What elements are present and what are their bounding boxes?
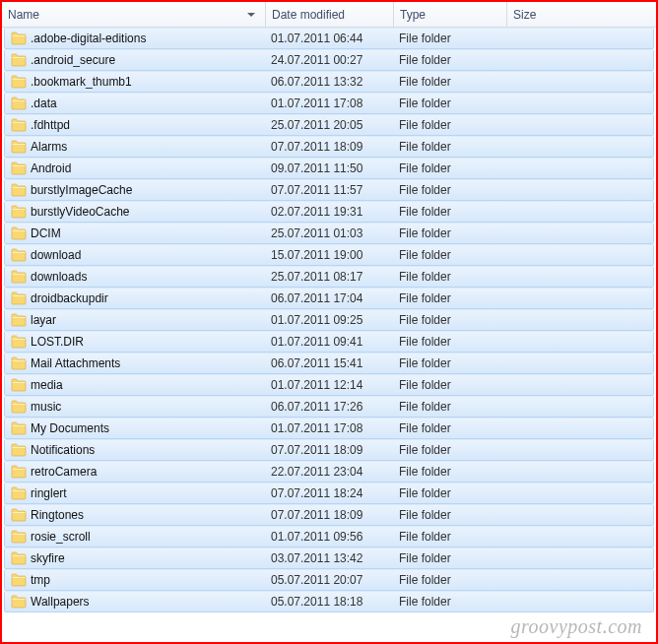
table-row[interactable]: .fdhttpd25.07.2011 20:05File folder <box>4 114 654 136</box>
cell-date: 07.07.2011 11:57 <box>265 183 393 197</box>
cell-date: 06.07.2011 15:41 <box>265 356 393 370</box>
cell-type: File folder <box>393 183 506 197</box>
cell-name: LOST.DIR <box>5 335 265 349</box>
table-row[interactable]: media01.07.2011 12:14File folder <box>4 374 654 396</box>
file-name: tmp <box>31 573 50 587</box>
table-row[interactable]: .adobe-digital-editions01.07.2011 06:44F… <box>4 28 654 49</box>
cell-date: 02.07.2011 19:31 <box>265 205 393 219</box>
cell-date: 09.07.2011 11:50 <box>265 161 393 175</box>
folder-icon <box>11 443 27 457</box>
table-row[interactable]: .android_secure24.07.2011 00:27File fold… <box>4 49 654 71</box>
column-header-date[interactable]: Date modified <box>266 2 394 27</box>
table-row[interactable]: burstlyVideoCache02.07.2011 19:31File fo… <box>4 201 654 223</box>
column-header-name[interactable]: Name <box>2 2 266 27</box>
folder-icon <box>11 226 27 240</box>
table-row[interactable]: Android09.07.2011 11:50File folder <box>4 158 654 179</box>
file-name: .adobe-digital-editions <box>31 32 146 45</box>
cell-name: ringlert <box>5 486 265 500</box>
table-row[interactable]: music06.07.2011 17:26File folder <box>4 396 654 418</box>
folder-icon <box>11 378 27 392</box>
file-name: layar <box>31 313 56 327</box>
cell-type: File folder <box>393 356 506 370</box>
table-row[interactable]: LOST.DIR01.07.2011 09:41File folder <box>4 331 654 353</box>
file-name: LOST.DIR <box>31 335 84 349</box>
table-row[interactable]: burstlyImageCache07.07.2011 11:57File fo… <box>4 179 654 201</box>
table-row[interactable]: tmp05.07.2011 20:07File folder <box>4 569 654 591</box>
cell-date: 22.07.2011 23:04 <box>265 465 393 479</box>
cell-date: 01.07.2011 17:08 <box>265 97 393 110</box>
folder-icon <box>11 118 27 132</box>
table-row[interactable]: My Documents01.07.2011 17:08File folder <box>4 418 654 439</box>
cell-name: downloads <box>5 270 265 284</box>
cell-date: 07.07.2011 18:24 <box>265 486 393 500</box>
cell-date: 07.07.2011 18:09 <box>265 443 393 457</box>
cell-name: .data <box>5 97 265 110</box>
file-name: music <box>31 400 61 414</box>
file-name: media <box>31 378 63 392</box>
table-row[interactable]: download15.07.2011 19:00File folder <box>4 244 654 266</box>
cell-name: Wallpapers <box>5 595 265 609</box>
file-name: Android <box>31 161 71 175</box>
cell-name: .bookmark_thumb1 <box>5 75 265 89</box>
folder-icon <box>11 421 27 435</box>
file-name: DCIM <box>31 226 61 240</box>
file-name: .android_secure <box>31 53 115 67</box>
table-row[interactable]: .data01.07.2011 17:08File folder <box>4 93 654 114</box>
table-row[interactable]: DCIM25.07.2011 01:03File folder <box>4 223 654 244</box>
cell-name: droidbackupdir <box>5 291 265 305</box>
file-name: .data <box>31 97 57 110</box>
cell-type: File folder <box>393 75 506 89</box>
cell-type: File folder <box>393 508 506 522</box>
sort-down-icon <box>247 13 255 17</box>
cell-name: .android_secure <box>5 53 265 67</box>
column-header-row: Name Date modified Type Size <box>2 2 656 28</box>
cell-type: File folder <box>393 161 506 175</box>
cell-date: 03.07.2011 13:42 <box>265 551 393 565</box>
table-row[interactable]: Wallpapers05.07.2011 18:18File folder <box>4 591 654 612</box>
folder-icon <box>11 140 27 154</box>
table-row[interactable]: Notifications07.07.2011 18:09File folder <box>4 439 654 461</box>
cell-name: DCIM <box>5 226 265 240</box>
table-row[interactable]: rosie_scroll01.07.2011 09:56File folder <box>4 526 654 547</box>
cell-date: 15.07.2011 19:00 <box>265 248 393 262</box>
cell-date: 25.07.2011 20:05 <box>265 118 393 132</box>
cell-date: 06.07.2011 17:04 <box>265 291 393 305</box>
table-row[interactable]: downloads25.07.2011 08:17File folder <box>4 266 654 288</box>
folder-icon <box>11 313 27 327</box>
table-row[interactable]: ringlert07.07.2011 18:24File folder <box>4 483 654 504</box>
cell-date: 01.07.2011 09:25 <box>265 313 393 327</box>
cell-name: Alarms <box>5 140 265 154</box>
cell-type: File folder <box>393 400 506 414</box>
cell-type: File folder <box>393 335 506 349</box>
file-name: ringlert <box>31 486 67 500</box>
cell-date: 01.07.2011 09:41 <box>265 335 393 349</box>
file-list[interactable]: .adobe-digital-editions01.07.2011 06:44F… <box>2 28 656 612</box>
table-row[interactable]: droidbackupdir06.07.2011 17:04File folde… <box>4 288 654 309</box>
folder-icon <box>11 97 27 110</box>
cell-date: 01.07.2011 06:44 <box>265 32 393 45</box>
folder-icon <box>11 53 27 67</box>
file-name: .bookmark_thumb1 <box>31 75 132 89</box>
folder-icon <box>11 465 27 479</box>
column-header-size[interactable]: Size <box>507 2 656 27</box>
column-header-size-label: Size <box>513 8 536 22</box>
table-row[interactable]: .bookmark_thumb106.07.2011 13:32File fol… <box>4 71 654 93</box>
column-header-type[interactable]: Type <box>394 2 507 27</box>
cell-type: File folder <box>393 486 506 500</box>
table-row[interactable]: layar01.07.2011 09:25File folder <box>4 309 654 331</box>
cell-name: Notifications <box>5 443 265 457</box>
table-row[interactable]: Alarms07.07.2011 18:09File folder <box>4 136 654 158</box>
cell-date: 07.07.2011 18:09 <box>265 508 393 522</box>
table-row[interactable]: retroCamera22.07.2011 23:04File folder <box>4 461 654 483</box>
table-row[interactable]: Ringtones07.07.2011 18:09File folder <box>4 504 654 526</box>
cell-date: 07.07.2011 18:09 <box>265 140 393 154</box>
folder-icon <box>11 508 27 522</box>
cell-name: Mail Attachments <box>5 356 265 370</box>
cell-date: 06.07.2011 13:32 <box>265 75 393 89</box>
file-name: Wallpapers <box>31 595 90 609</box>
file-name: download <box>31 248 81 262</box>
table-row[interactable]: Mail Attachments06.07.2011 15:41File fol… <box>4 353 654 374</box>
table-row[interactable]: skyfire03.07.2011 13:42File folder <box>4 547 654 569</box>
cell-name: retroCamera <box>5 465 265 479</box>
file-name: skyfire <box>31 551 65 565</box>
